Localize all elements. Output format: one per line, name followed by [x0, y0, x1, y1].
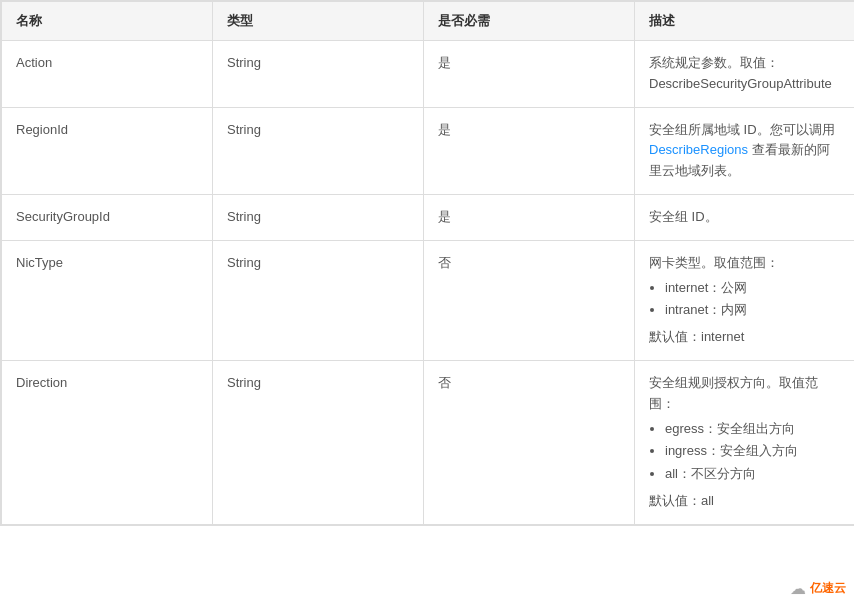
cell-required: 否 [424, 240, 635, 360]
header-name: 名称 [2, 2, 213, 41]
cell-name: SecurityGroupId [2, 194, 213, 240]
list-item: ingress：安全组入方向 [665, 441, 841, 462]
api-params-table: 名称 类型 是否必需 描述 ActionString是系统规定参数。取值：Des… [0, 0, 854, 526]
cell-desc: 安全组所属地域 ID。您可以调用 DescribeRegions 查看最新的阿里… [635, 107, 855, 194]
table-header-row: 名称 类型 是否必需 描述 [2, 2, 855, 41]
cell-required: 是 [424, 41, 635, 108]
cell-type: String [213, 194, 424, 240]
table-row: RegionIdString是安全组所属地域 ID。您可以调用 Describe… [2, 107, 855, 194]
cell-name: NicType [2, 240, 213, 360]
desc-list: internet：公网intranet：内网 [665, 278, 841, 322]
list-item: egress：安全组出方向 [665, 419, 841, 440]
table-row: DirectionString否安全组规则授权方向。取值范围：egress：安全… [2, 360, 855, 524]
desc-default: 默认值：all [649, 491, 841, 512]
cell-required: 是 [424, 107, 635, 194]
desc-link[interactable]: DescribeRegions [649, 142, 748, 157]
cell-type: String [213, 107, 424, 194]
header-type: 类型 [213, 2, 424, 41]
cell-desc: 安全组规则授权方向。取值范围：egress：安全组出方向ingress：安全组入… [635, 360, 855, 524]
header-desc: 描述 [635, 2, 855, 41]
list-item: all：不区分方向 [665, 464, 841, 485]
cell-required: 是 [424, 194, 635, 240]
desc-intro: 网卡类型。取值范围： [649, 253, 841, 274]
cell-name: Action [2, 41, 213, 108]
list-item: internet：公网 [665, 278, 841, 299]
cell-name: Direction [2, 360, 213, 524]
list-item: intranet：内网 [665, 300, 841, 321]
table-row: SecurityGroupIdString是安全组 ID。 [2, 194, 855, 240]
desc-intro: 安全组规则授权方向。取值范围： [649, 373, 841, 415]
table-row: NicTypeString否网卡类型。取值范围：internet：公网intra… [2, 240, 855, 360]
desc-list: egress：安全组出方向ingress：安全组入方向all：不区分方向 [665, 419, 841, 485]
cell-desc: 系统规定参数。取值：DescribeSecurityGroupAttribute [635, 41, 855, 108]
cell-type: String [213, 360, 424, 524]
desc-default: 默认值：internet [649, 327, 841, 348]
table-row: ActionString是系统规定参数。取值：DescribeSecurityG… [2, 41, 855, 108]
cell-type: String [213, 240, 424, 360]
header-required: 是否必需 [424, 2, 635, 41]
cell-desc: 安全组 ID。 [635, 194, 855, 240]
cell-name: RegionId [2, 107, 213, 194]
cell-type: String [213, 41, 424, 108]
cell-required: 否 [424, 360, 635, 524]
cell-desc: 网卡类型。取值范围：internet：公网intranet：内网默认值：inte… [635, 240, 855, 360]
